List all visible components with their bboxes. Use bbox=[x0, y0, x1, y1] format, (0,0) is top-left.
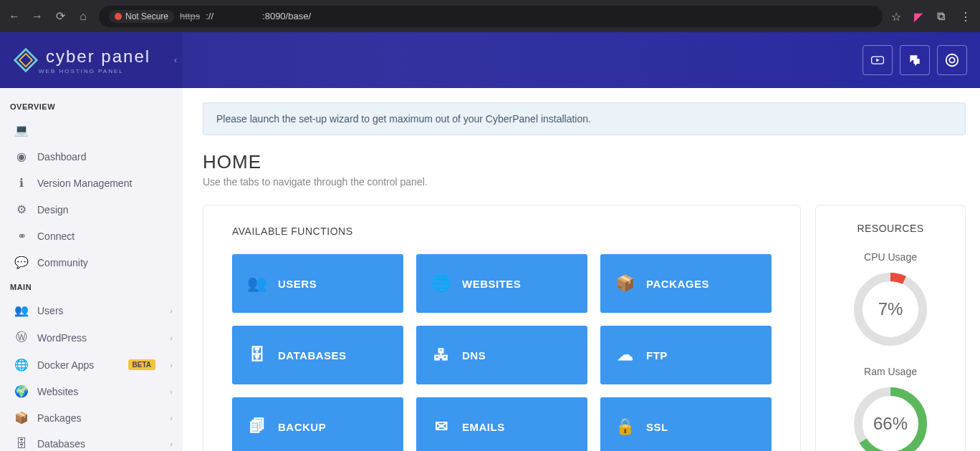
chat-icon: 💬 bbox=[13, 256, 30, 269]
not-secure-text: Not Secure bbox=[125, 11, 168, 21]
forward-button[interactable]: → bbox=[30, 9, 44, 24]
section-main-label: MAIN bbox=[0, 276, 183, 297]
function-tile-label: DATABASES bbox=[278, 349, 347, 362]
resources-card: RESOURCES CPU Usage 7% Ram Usage 66% bbox=[815, 205, 966, 451]
function-tile-dns[interactable]: 🖧DNS bbox=[416, 326, 587, 384]
sidebar-item-label: Websites bbox=[37, 386, 78, 397]
logo-icon bbox=[13, 47, 39, 73]
sidebar-item-label: Connect bbox=[37, 231, 75, 242]
cpu-gauge: 7% bbox=[851, 270, 930, 349]
sidebar-item-label: Packages bbox=[37, 412, 81, 424]
chevron-right-icon: › bbox=[170, 440, 173, 448]
sidebar-item-users[interactable]: 👥Users› bbox=[0, 297, 183, 324]
function-tile-backup[interactable]: 🗐BACKUP bbox=[232, 397, 403, 451]
function-tile-ftp[interactable]: ☁FTP bbox=[600, 326, 772, 384]
sidebar: OVERVIEW 💻◉DashboardℹVersion Management⚙… bbox=[0, 88, 183, 451]
chevron-right-icon: › bbox=[170, 361, 173, 369]
sidebar-item-label: WordPress bbox=[37, 332, 87, 344]
url-path: :8090/base/ bbox=[262, 11, 311, 21]
sidebar-item-wordpress[interactable]: ⓌWordPress› bbox=[0, 324, 183, 351]
setup-alert[interactable]: Please launch the set-up wizard to get m… bbox=[203, 102, 966, 135]
svg-point-3 bbox=[946, 54, 959, 67]
url-scheme: https bbox=[180, 11, 200, 21]
users-icon: 👥 bbox=[248, 274, 266, 293]
page-subtitle: Use the tabs to navigate through the con… bbox=[203, 176, 966, 188]
chat-button[interactable] bbox=[900, 45, 930, 75]
flag-icon[interactable]: ◤ bbox=[914, 10, 927, 23]
box-icon: 📦 bbox=[13, 411, 30, 425]
function-tile-users[interactable]: 👥USERS bbox=[232, 254, 403, 313]
sidebar-item-docker-apps[interactable]: 🌐Docker AppsBETA› bbox=[0, 351, 183, 378]
lifebuoy-icon bbox=[944, 52, 960, 68]
function-tile-label: PACKAGES bbox=[646, 278, 709, 290]
sidebar-item-websites[interactable]: 🌍Websites› bbox=[0, 378, 183, 404]
sidebar-item-label: Version Management bbox=[37, 178, 132, 189]
chevron-right-icon: › bbox=[170, 414, 173, 422]
sidebar-item-label: Users bbox=[37, 305, 64, 316]
share-icon: ⚭ bbox=[13, 229, 30, 243]
function-tile-label: USERS bbox=[278, 278, 317, 290]
not-secure-badge: Not Secure bbox=[109, 10, 174, 23]
chevron-right-icon: › bbox=[170, 306, 173, 315]
functions-title: AVAILABLE FUNCTIONS bbox=[232, 226, 772, 237]
reload-button[interactable]: ⟳ bbox=[53, 9, 67, 24]
function-tile-label: SSL bbox=[646, 421, 668, 433]
sidebar-item-version-management[interactable]: ℹVersion Management bbox=[0, 170, 183, 196]
sidebar-item-label: Design bbox=[37, 204, 69, 215]
cpu-label: CPU Usage bbox=[826, 251, 955, 263]
svg-rect-1 bbox=[19, 54, 32, 67]
globe2-icon: 🌍 bbox=[13, 384, 30, 398]
sidebar-item-label: Databases bbox=[37, 438, 85, 450]
sidebar-item-label: Docker Apps bbox=[37, 359, 94, 371]
sidebar-item-databases[interactable]: 🗄Databases› bbox=[0, 431, 183, 451]
brand-subtitle: WEB HOSTING PANEL bbox=[39, 68, 150, 74]
section-overview-label: OVERVIEW bbox=[0, 95, 183, 117]
database-icon: 🗄 bbox=[13, 437, 30, 450]
home-button[interactable]: ⌂ bbox=[76, 9, 90, 24]
functions-card: AVAILABLE FUNCTIONS 👥USERS🌐WEBSITES📦PACK… bbox=[203, 205, 801, 451]
sidebar-collapse-button[interactable]: ‹ bbox=[174, 55, 177, 65]
function-tile-emails[interactable]: ✉EMAILS bbox=[416, 397, 587, 451]
resources-title: RESOURCES bbox=[826, 223, 955, 234]
back-button[interactable]: ← bbox=[7, 9, 21, 24]
youtube-button[interactable] bbox=[863, 45, 893, 75]
backup-icon: 🗐 bbox=[248, 417, 266, 436]
url-sep: :// bbox=[206, 11, 213, 21]
ram-value: 66% bbox=[873, 414, 908, 434]
ftp-icon: ☁ bbox=[616, 346, 635, 364]
wordpress-icon: Ⓦ bbox=[13, 330, 30, 345]
function-tile-label: BACKUP bbox=[278, 421, 326, 433]
packages-icon: 📦 bbox=[616, 274, 635, 293]
extensions-icon[interactable]: ⧉ bbox=[937, 10, 950, 23]
sidebar-item-connect[interactable]: ⚭Connect bbox=[0, 223, 183, 249]
sidebar-item-packages[interactable]: 📦Packages› bbox=[0, 404, 183, 431]
sidebar-item-dashboard[interactable]: ◉Dashboard bbox=[0, 143, 183, 170]
logo-area[interactable]: cyber panel WEB HOSTING PANEL ‹ bbox=[0, 32, 183, 88]
globe-icon: 🌐 bbox=[13, 358, 30, 372]
address-bar[interactable]: Not Secure https:// :8090/base/ bbox=[99, 6, 883, 27]
dns-icon: 🖧 bbox=[432, 346, 451, 364]
chevron-right-icon: › bbox=[170, 334, 173, 342]
function-tile-websites[interactable]: 🌐WEBSITES bbox=[416, 254, 587, 313]
beta-badge: BETA bbox=[128, 359, 155, 370]
chat-icon bbox=[908, 53, 922, 67]
svg-rect-0 bbox=[15, 49, 37, 72]
browser-chrome: ← → ⟳ ⌂ Not Secure https:// :8090/base/ … bbox=[0, 0, 980, 32]
menu-icon[interactable]: ⋮ bbox=[960, 10, 973, 23]
function-tile-databases[interactable]: 🗄DATABASES bbox=[232, 326, 403, 384]
sidebar-item-label: Community bbox=[37, 257, 88, 268]
sidebar-item-community[interactable]: 💬Community bbox=[0, 249, 183, 276]
sidebar-item-laptop[interactable]: 💻 bbox=[0, 117, 183, 143]
laptop-icon: 💻 bbox=[13, 123, 30, 137]
databases-icon: 🗄 bbox=[248, 346, 266, 364]
youtube-icon bbox=[870, 53, 885, 67]
function-tile-label: FTP bbox=[646, 349, 668, 362]
function-tile-packages[interactable]: 📦PACKAGES bbox=[600, 254, 772, 313]
info-icon: ℹ bbox=[13, 176, 30, 190]
help-button[interactable] bbox=[937, 45, 967, 75]
ram-label: Ram Usage bbox=[826, 366, 955, 377]
function-tile-ssl[interactable]: 🔒SSL bbox=[600, 397, 772, 451]
bookmark-icon[interactable]: ☆ bbox=[891, 10, 904, 23]
sidebar-item-design[interactable]: ⚙Design bbox=[0, 196, 183, 223]
emails-icon: ✉ bbox=[432, 417, 451, 436]
